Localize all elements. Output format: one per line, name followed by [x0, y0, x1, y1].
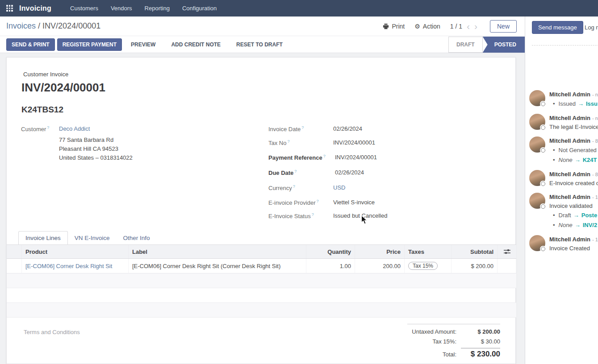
print-button[interactable]: Print [383, 23, 405, 30]
untaxed-amount-value: $ 200.00 [461, 328, 500, 335]
register-payment-button[interactable]: REGISTER PAYMENT [57, 38, 122, 51]
line-price[interactable]: 200.00 [355, 259, 405, 273]
send-message-button[interactable]: Send message [532, 21, 583, 34]
send-print-button[interactable]: SEND & PRINT [6, 38, 55, 51]
old-value: None [559, 222, 573, 228]
price-column-header[interactable]: Price [355, 245, 405, 258]
customer-field-label: Customer? [21, 125, 49, 132]
state-draft[interactable]: DRAFT [448, 37, 483, 53]
table-header-row: Product Label Quantity Price Taxes Subto… [7, 244, 516, 259]
help-icon: ? [294, 169, 297, 174]
message-item[interactable]: Mitchell Admin- n •Issued→Issu [529, 90, 598, 109]
bullet-icon: • [553, 100, 555, 107]
menu-vendors[interactable]: Vendors [105, 0, 138, 17]
message-author[interactable]: Mitchell Admin [549, 115, 590, 121]
menu-customers[interactable]: Customers [64, 0, 105, 17]
message-item[interactable]: Mitchell Admin- 16 Invoice Created [529, 235, 598, 253]
new-value: K24T [583, 157, 597, 163]
new-button[interactable]: New [490, 20, 517, 33]
pager-prev-icon[interactable]: ‹ [467, 22, 470, 30]
subtotal-column-header[interactable]: Subtotal [452, 245, 498, 258]
empty-row [7, 288, 516, 303]
untaxed-amount-label: Untaxed Amount: [407, 328, 461, 335]
help-icon: ? [312, 212, 314, 217]
message-author[interactable]: Mitchell Admin [549, 137, 590, 144]
log-note-button[interactable]: Log n [585, 24, 598, 31]
invoice-date-value[interactable]: 02/26/2024 [333, 125, 362, 132]
currency-value-link[interactable]: USD [333, 184, 345, 191]
field-einvoice-provider: E-invoice Provider? Viettel S-invoice [268, 199, 319, 206]
product-link[interactable]: [E-COM06] Corner Desk Right Sit [25, 263, 112, 269]
terms-and-conditions-placeholder[interactable]: Terms and Conditions [24, 329, 80, 335]
old-value: Not Generated [559, 147, 597, 153]
old-value: Draft [559, 212, 571, 219]
app-name[interactable]: Invoicing [19, 4, 51, 12]
message-item[interactable]: Mitchell Admin- n The legal E-Invoice [529, 114, 598, 132]
field-invoice-date: Invoice Date? 02/26/2024 [268, 125, 304, 132]
main-panel: Invoices / INV/2024/00001 Print ⚙ Action… [0, 17, 525, 364]
document-type-label: Customer Invoice [23, 71, 68, 78]
tab-vn-einvoice[interactable]: VN E-Invoice [68, 232, 117, 244]
old-value: Issued [559, 100, 576, 107]
customer-label-text: Customer [21, 126, 46, 132]
message-time: - 8 [592, 172, 598, 177]
preview-button[interactable]: PREVIEW [124, 39, 162, 50]
old-value: None [559, 157, 573, 163]
apps-grid-icon[interactable] [6, 5, 13, 12]
due-date-label: Due Date [268, 170, 293, 176]
line-label[interactable]: [E-COM06] Corner Desk Right Sit (Corner … [129, 259, 306, 273]
message-time: - 8 [592, 138, 598, 144]
menu-reporting[interactable]: Reporting [138, 0, 176, 17]
message-author[interactable]: Mitchell Admin [549, 171, 590, 178]
presence-icon [540, 181, 546, 187]
breadcrumb-invoices-link[interactable]: Invoices [6, 21, 36, 30]
tracking-change: •None→K24T [549, 155, 598, 165]
reset-to-draft-button[interactable]: RESET TO DRAFT [230, 39, 289, 50]
pager-next-icon[interactable]: › [474, 22, 477, 30]
currency-label: Currency [268, 185, 292, 191]
row-handle[interactable] [7, 259, 22, 273]
label-column-header[interactable]: Label [129, 245, 306, 258]
menu-configuration[interactable]: Configuration [176, 0, 223, 17]
product-column-header[interactable]: Product [22, 245, 129, 258]
payment-reference-value[interactable]: INV/2024/00001 [335, 154, 377, 161]
address-line-3: United States – 0318314022 [59, 153, 133, 162]
taxes-column-header[interactable]: Taxes [405, 245, 452, 258]
message-body: Invoice validated [549, 202, 598, 211]
breadcrumb: Invoices / INV/2024/00001 [6, 21, 100, 31]
empty-row [7, 303, 516, 318]
einvoice-provider-value[interactable]: Viettel S-invoice [333, 199, 375, 206]
invoice-line-row[interactable]: [E-COM06] Corner Desk Right Sit [E-COM06… [7, 259, 516, 273]
due-date-value[interactable]: 02/26/2024 [335, 169, 364, 176]
optional-columns-button[interactable] [498, 245, 516, 258]
message-author[interactable]: Mitchell Admin [549, 91, 590, 98]
einvoice-status-value[interactable]: Issued but Cancelled [333, 212, 387, 219]
tab-other-info[interactable]: Other Info [117, 232, 157, 244]
einvoice-status-label: E-Invoice Status [268, 213, 311, 219]
message-time: - 10 [592, 194, 598, 200]
message-author[interactable]: Mitchell Admin [549, 236, 590, 243]
tracking-change: •Draft→Poste [549, 211, 598, 220]
tax-badge[interactable]: Tax 15% [408, 262, 438, 270]
add-credit-note-button[interactable]: ADD CREDIT NOTE [164, 39, 227, 50]
message-list: Mitchell Admin- n •Issued→Issu Mitchell … [529, 90, 598, 258]
handle-column-header [7, 245, 22, 258]
tracking-change: •Issued→Issu [549, 99, 598, 109]
quantity-column-header[interactable]: Quantity [306, 245, 355, 258]
new-value: Poste [581, 212, 597, 219]
line-quantity[interactable]: 1.00 [306, 259, 355, 273]
tax-no-value[interactable]: INV/2024/00001 [333, 139, 375, 146]
message-item[interactable]: Mitchell Admin- 8 E-Invoice created o [529, 170, 598, 188]
tab-invoice-lines[interactable]: Invoice Lines [18, 231, 68, 244]
invoice-sheet: Customer Invoice INV/2024/00001 K24TBS12… [6, 57, 516, 364]
action-label: Action [423, 23, 440, 30]
message-item[interactable]: Mitchell Admin- 10 Invoice validated •Dr… [529, 193, 598, 230]
new-value: Issu [586, 100, 598, 107]
customer-name-link[interactable]: Deco Addict [59, 125, 90, 132]
message-item[interactable]: Mitchell Admin- 8 •Not Generated •None→K… [529, 136, 598, 165]
action-button[interactable]: ⚙ Action [414, 23, 440, 30]
presence-icon [540, 101, 546, 107]
message-author[interactable]: Mitchell Admin [549, 194, 590, 200]
bullet-icon: • [553, 147, 555, 153]
breadcrumb-current: INV/2024/00001 [42, 21, 100, 30]
